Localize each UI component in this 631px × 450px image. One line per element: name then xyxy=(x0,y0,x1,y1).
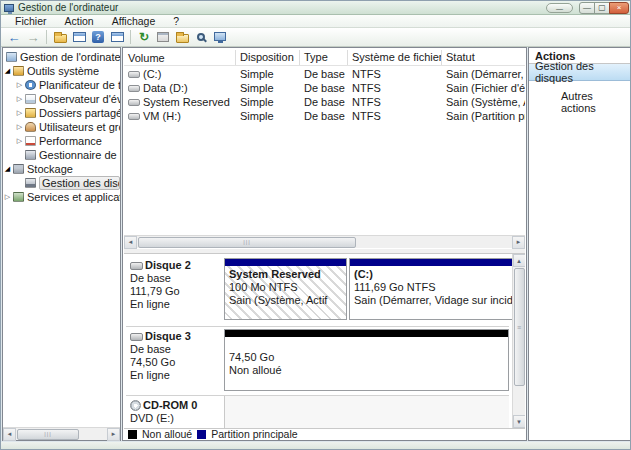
titlebar-capsule-button[interactable]: — xyxy=(546,3,573,13)
column-type[interactable]: Type xyxy=(300,50,348,65)
expander-collapsed-icon[interactable]: ▷ xyxy=(15,81,24,89)
tree-item-dossiers-partages[interactable]: ▷ Dossiers partagés xyxy=(3,106,120,120)
event-viewer-icon xyxy=(25,94,36,104)
magnifier-icon xyxy=(197,33,205,41)
computer-management-window: Gestion de l'ordinateur — — ▢ × Fichier … xyxy=(0,0,631,450)
back-button[interactable]: ← xyxy=(5,29,23,45)
tree-item-planificateur[interactable]: ▷ Planificateur de tâches xyxy=(3,78,120,92)
help-icon: ? xyxy=(92,31,104,43)
console-tree: Gestion de l'ordinateur (local) ◢ Outils… xyxy=(3,50,120,426)
table-row-system-reserved[interactable]: System Reserved Simple De base NTFS Sain… xyxy=(124,95,525,109)
menu-action[interactable]: Action xyxy=(57,15,102,27)
volume-icon xyxy=(128,113,140,120)
window-bottom-border xyxy=(1,442,631,450)
tree-item-performance[interactable]: ▷ Performance xyxy=(3,134,120,148)
properties-icon xyxy=(157,32,169,42)
export-list-button[interactable] xyxy=(173,29,191,45)
partition-unallocated[interactable]: 74,50 Go Non alloué xyxy=(224,329,509,391)
close-button[interactable]: × xyxy=(609,2,629,14)
scroll-up-icon[interactable]: ▲ xyxy=(513,254,526,267)
refresh-icon: ↻ xyxy=(139,31,149,43)
back-icon: ← xyxy=(8,31,21,44)
volume-list-horizontal-scrollbar[interactable]: ◄ ||| ► xyxy=(124,235,525,248)
diskview-vertical-scrollbar[interactable]: ▲ ≡ ▼ xyxy=(512,254,525,428)
tree-item-gestion-des-disques[interactable]: Gestion des disques xyxy=(3,176,120,190)
disk-icon xyxy=(130,333,143,341)
tree-item-services-applications[interactable]: ▷ Services et applications xyxy=(3,190,120,204)
toolbar-separator xyxy=(130,30,131,44)
legend-primary-swatch xyxy=(197,430,206,439)
table-row-data-d[interactable]: Data (D:) Simple De base NTFS Sain (Fich… xyxy=(124,81,525,95)
table-row-vm-h[interactable]: VM (H:) Simple De base NTFS Sain (Partit… xyxy=(124,109,525,123)
tree-item-utilisateurs[interactable]: ▷ Utilisateurs et groupes locaux xyxy=(3,120,120,134)
scroll-left-icon[interactable]: ◄ xyxy=(124,236,137,249)
services-apps-icon xyxy=(13,192,24,202)
properties-button[interactable] xyxy=(154,29,172,45)
title-bar: Gestion de l'ordinateur xyxy=(1,1,631,15)
column-disposition[interactable]: Disposition xyxy=(236,50,300,65)
disk-row-cdrom-0[interactable]: CD-ROM 0 DVD (E:) Aucun média xyxy=(126,395,509,428)
task-scheduler-icon xyxy=(25,80,36,90)
scroll-left-icon[interactable]: ◄ xyxy=(3,428,16,441)
expander-collapsed-icon[interactable]: ▷ xyxy=(15,109,24,117)
maximize-button[interactable]: ▢ xyxy=(594,2,610,14)
disk-row-disque-3[interactable]: Disque 3 De base 74,50 Go En ligne 74,50… xyxy=(126,326,509,392)
toolbar: ← → ? ↻ xyxy=(1,28,631,47)
primary-partition-bar xyxy=(350,259,525,266)
table-row-c[interactable]: (C:) Simple De base NTFS Sain (Démarrer,… xyxy=(124,67,525,81)
expander-collapsed-icon[interactable]: ▷ xyxy=(15,137,24,145)
expander-collapsed-icon[interactable]: ▷ xyxy=(15,95,24,103)
expander-expanded-icon[interactable]: ◢ xyxy=(3,67,12,75)
scrollbar-thumb[interactable]: ||| xyxy=(17,429,79,440)
partition-legend: Non alloué Partition principale xyxy=(124,428,525,439)
users-groups-icon xyxy=(25,122,36,132)
actions-autres-actions[interactable]: Autres actions xyxy=(529,90,630,114)
system-tools-icon xyxy=(13,66,24,76)
expander-collapsed-icon[interactable]: ▷ xyxy=(3,193,12,201)
disk-management-panel: Volume Disposition Type Système de fichi… xyxy=(122,47,527,441)
computer-button[interactable] xyxy=(211,29,229,45)
legend-unallocated-swatch xyxy=(128,430,137,439)
console-window-button-2[interactable] xyxy=(108,29,126,45)
actions-gestion-des-disques[interactable]: Gestion des disques xyxy=(529,64,630,81)
menu-help[interactable]: ? xyxy=(165,15,187,27)
refresh-button[interactable]: ↻ xyxy=(135,29,153,45)
column-filesystem[interactable]: Système de fichiers xyxy=(348,50,442,65)
column-volume[interactable]: Volume xyxy=(124,50,236,65)
scroll-right-icon[interactable]: ► xyxy=(512,236,525,249)
expander-expanded-icon[interactable]: ◢ xyxy=(3,165,12,173)
forward-button[interactable]: → xyxy=(24,29,42,45)
tree-horizontal-scrollbar[interactable]: ◄ ||| ► xyxy=(3,427,120,440)
forward-icon: → xyxy=(27,31,40,44)
minimize-button[interactable]: — xyxy=(579,2,595,14)
disk-row-disque-2[interactable]: Disque 2 De base 111,79 Go En ligne Syst… xyxy=(126,256,509,324)
tree-item-computer-management[interactable]: Gestion de l'ordinateur (local) xyxy=(3,50,120,64)
column-status[interactable]: Statut xyxy=(442,50,525,65)
tree-item-observateur[interactable]: ▷ Observateur d'événements xyxy=(3,92,120,106)
computer-icon xyxy=(6,52,17,62)
scroll-down-icon[interactable]: ▼ xyxy=(513,415,526,428)
disk-label: Disque 3 De base 74,50 Go En ligne xyxy=(126,327,224,392)
disk-management-icon xyxy=(25,178,36,188)
scroll-right-icon[interactable]: ► xyxy=(107,428,120,441)
volume-table: (C:) Simple De base NTFS Sain (Démarrer,… xyxy=(124,67,525,123)
menu-affichage[interactable]: Affichage xyxy=(104,15,164,27)
tree-item-stockage[interactable]: ◢ Stockage xyxy=(3,162,120,176)
help-button[interactable]: ? xyxy=(89,29,107,45)
disk-icon xyxy=(130,262,143,270)
shared-folders-icon xyxy=(25,108,36,118)
expander-collapsed-icon[interactable]: ▷ xyxy=(15,123,24,131)
find-button[interactable] xyxy=(192,29,210,45)
tree-item-outils-systeme[interactable]: ◢ Outils système xyxy=(3,64,120,78)
disk-label: CD-ROM 0 DVD (E:) Aucun média xyxy=(126,396,224,428)
partition-c[interactable]: (C:) 111,69 Go NTFS Sain (Démarrer, Vida… xyxy=(349,258,525,320)
partition-system-reserved[interactable]: System Reserved 100 Mo NTFS Sain (Systèm… xyxy=(224,258,347,320)
console-window-button[interactable] xyxy=(70,29,88,45)
show-console-tree-button[interactable] xyxy=(51,29,69,45)
open-folder-icon xyxy=(176,34,189,43)
menu-fichier[interactable]: Fichier xyxy=(7,15,55,27)
scrollbar-thumb[interactable]: ≡ xyxy=(514,268,525,386)
tree-item-gestionnaire-peripheriques[interactable]: Gestionnaire de périphériques xyxy=(3,148,120,162)
menu-bar: Fichier Action Affichage ? xyxy=(1,15,631,28)
scrollbar-thumb[interactable]: ||| xyxy=(138,237,356,248)
